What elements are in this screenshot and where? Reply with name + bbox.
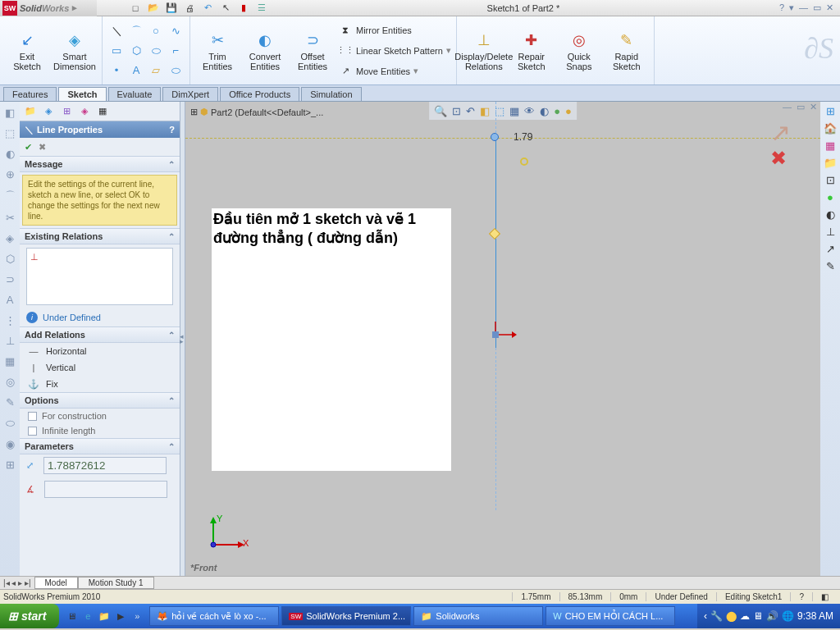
smart-dimension-button[interactable]: ◈ Smart Dimension [52, 21, 97, 81]
tray-3[interactable]: ☁ [740, 610, 750, 622]
tab-features[interactable]: Features [3, 87, 57, 101]
convert-button[interactable]: ◐Convert Entities [243, 21, 287, 81]
fillet-tool[interactable]: ⌐ [167, 42, 185, 60]
quick-snaps-button[interactable]: ◎Quick Snaps [557, 21, 601, 81]
rt-9[interactable]: ↗ [826, 243, 835, 255]
help-icon[interactable]: ? [779, 2, 784, 13]
restore-icon[interactable]: ▭ [813, 2, 821, 13]
message-header[interactable]: Message⌃ [20, 156, 180, 172]
lt-1[interactable]: ◧ [5, 107, 15, 119]
section-icon[interactable]: ◧ [480, 105, 490, 117]
mirror-button[interactable]: ⧗Mirror Entities [338, 21, 451, 39]
lt-4[interactable]: ⊕ [6, 168, 15, 180]
midpoint-marker[interactable] [489, 228, 500, 240]
status-tri-icon[interactable]: ◧ [812, 592, 837, 601]
point-tool[interactable]: • [107, 62, 126, 80]
lt-10[interactable]: A [7, 294, 14, 306]
offset-button[interactable]: ⊃Offset Entities [290, 21, 335, 81]
rt-6[interactable]: ● [827, 191, 833, 203]
start-button[interactable]: ⊞ start [0, 604, 59, 628]
circle-tool[interactable]: ○ [147, 22, 165, 40]
tab-office[interactable]: Office Products [220, 87, 299, 101]
view-settings-icon[interactable]: ● [565, 105, 572, 117]
lt-18[interactable]: ⊞ [6, 459, 15, 471]
model-tab[interactable]: Model [34, 577, 78, 589]
lt-14[interactable]: ◎ [6, 376, 15, 388]
exit-sketch-button[interactable]: ↙ Exit Sketch [5, 21, 49, 81]
pm-tab-dim[interactable]: ◈ [77, 104, 92, 119]
pm-tab-display[interactable]: ▦ [95, 104, 110, 119]
ql-ie[interactable]: e [80, 607, 95, 625]
lt-6[interactable]: ✂ [6, 212, 15, 224]
status-help-icon[interactable]: ? [790, 592, 812, 601]
spline-tool[interactable]: ∿ [167, 22, 185, 40]
dimension-text[interactable]: 1.79 [514, 131, 532, 143]
param-angle[interactable] [44, 481, 167, 498]
pm-tab-feature[interactable]: 📁 [23, 104, 38, 119]
lt-5[interactable]: ⌒ [5, 189, 16, 203]
tray-net[interactable]: 🌐 [782, 610, 794, 622]
task-folder[interactable]: 📁Solidworks [413, 606, 543, 626]
poly-tool[interactable]: ⬡ [127, 42, 145, 60]
graphics-viewport[interactable]: 🔍 ⊡ ↶ ◧ ⬚ ▦ 👁 ◐ ● ● ⊞ ⬢ Part2 (Default<<… [185, 102, 820, 576]
vp-max-icon[interactable]: ▭ [797, 102, 805, 112]
lt-3[interactable]: ◐ [6, 148, 15, 160]
scene-icon[interactable]: ◐ [540, 105, 549, 117]
tray-4[interactable]: 🖥 [753, 610, 763, 622]
apply-scene-icon[interactable]: ● [554, 105, 560, 117]
lt-9[interactable]: ⊃ [6, 273, 15, 285]
add-relations-header[interactable]: Add Relations⌃ [20, 326, 180, 343]
undo-icon[interactable]: ↶ [202, 2, 213, 14]
ok-icon[interactable]: ✔ [25, 142, 32, 153]
trim-button[interactable]: ✂Trim Entities [195, 21, 240, 81]
task-firefox[interactable]: 🦊hỏi về cách vẽ lò xo -... [149, 606, 279, 626]
text-tool[interactable]: A [127, 62, 145, 80]
motion-tab[interactable]: Motion Study 1 [78, 577, 154, 589]
tray-2[interactable]: ⬤ [726, 610, 737, 622]
lt-8[interactable]: ⬡ [6, 253, 15, 265]
rebuild-icon[interactable]: ▮ [238, 2, 249, 14]
prev-view-icon[interactable]: ↶ [466, 105, 475, 117]
cancel-icon[interactable]: ✖ [39, 142, 46, 153]
ql-expand[interactable]: » [130, 607, 144, 625]
options-icon[interactable]: ☰ [256, 2, 267, 14]
lt-15[interactable]: ✎ [6, 396, 15, 409]
task-word[interactable]: WCHO EM HỎI CÁCH L... [546, 606, 675, 626]
lt-17[interactable]: ◉ [6, 438, 15, 450]
lt-16[interactable]: ⬭ [6, 417, 15, 430]
vertical-relation[interactable]: |Vertical [20, 359, 180, 376]
options-header[interactable]: Options⌃ [20, 392, 180, 409]
minimize-icon[interactable]: — [799, 2, 808, 13]
display-delete-button[interactable]: ⊥Display/Delete Relations [462, 21, 506, 81]
slot-tool[interactable]: ⬭ [167, 62, 185, 80]
pm-tab-config[interactable]: ⊞ [59, 104, 74, 119]
parameters-header[interactable]: Parameters⌃ [20, 438, 180, 454]
fix-relation[interactable]: ⚓Fix [20, 376, 180, 392]
btm-nav[interactable]: |◂ ◂ ▸ ▸| [0, 578, 34, 587]
vp-close-icon[interactable]: ✕ [810, 102, 817, 112]
confirm-sketch-icon[interactable]: ↗ [770, 118, 791, 147]
ellipse-tool[interactable]: ⬭ [147, 42, 165, 60]
clock[interactable]: 9:38 AM [797, 610, 833, 622]
open-icon[interactable]: 📂 [148, 2, 159, 14]
sketch-line[interactable] [495, 135, 496, 348]
lt-13[interactable]: ▦ [5, 355, 15, 368]
tab-sketch[interactable]: Sketch [58, 87, 106, 101]
rt-2[interactable]: 🏠 [824, 122, 837, 135]
ql-desktop[interactable]: 🖥 [64, 607, 79, 625]
rt-7[interactable]: ◐ [826, 208, 835, 221]
new-icon[interactable]: □ [130, 2, 141, 14]
relations-list[interactable]: ⊥ [26, 248, 173, 305]
help-icon[interactable]: ? [169, 125, 175, 135]
vp-min-icon[interactable]: — [783, 102, 792, 112]
line-tool[interactable]: ＼ [107, 22, 126, 40]
rt-10[interactable]: ✎ [826, 260, 835, 272]
chevron-right-icon[interactable]: ▸ [72, 2, 77, 13]
arc-tool[interactable]: ⌒ [127, 22, 145, 40]
cancel-sketch-icon[interactable]: ✖ [770, 147, 791, 170]
rt-1[interactable]: ⊞ [826, 105, 835, 117]
zoom-fit-icon[interactable]: 🔍 [434, 105, 447, 117]
for-construction-check[interactable]: For construction [20, 409, 180, 423]
print-icon[interactable]: 🖨 [184, 2, 195, 14]
tab-simulation[interactable]: Simulation [301, 87, 361, 101]
